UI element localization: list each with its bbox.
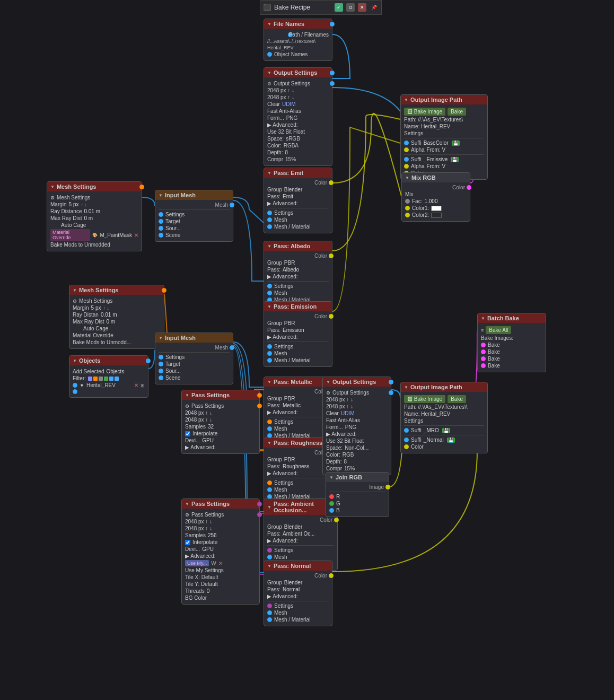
objects-header[interactable]: ▼ Objects	[69, 356, 148, 365]
output-socket[interactable]	[389, 380, 393, 384]
pass-roughness-header[interactable]: ▼ Pass: Roughness	[264, 438, 332, 448]
mesh-socket[interactable]	[267, 487, 272, 492]
pass-metallic-header[interactable]: ▼ Pass: Metallic	[264, 377, 332, 387]
settings-socket[interactable]	[159, 355, 163, 360]
bake-image-btn-2[interactable]: 🖼 Bake Image	[404, 395, 445, 403]
bake-btn[interactable]: Bake	[448, 108, 466, 116]
pass-settings-2-header[interactable]: ▼ Pass Settings	[182, 499, 259, 509]
mesh-material-socket[interactable]	[267, 358, 272, 363]
output-socket[interactable]	[162, 288, 166, 293]
empty-socket[interactable]	[73, 389, 77, 394]
output-settings-2-header[interactable]: ▼ Output Settings	[323, 377, 391, 387]
batch-bake-header[interactable]: ▼ Batch Bake	[478, 313, 546, 323]
bake3-socket[interactable]	[481, 356, 486, 361]
mesh-out-socket[interactable]	[230, 345, 234, 350]
mesh-out-socket[interactable]	[230, 203, 234, 207]
mesh-socket[interactable]	[267, 291, 272, 295]
color-out-socket[interactable]	[334, 518, 339, 522]
close-button[interactable]: ✕	[358, 3, 366, 12]
settings-socket[interactable]	[267, 211, 272, 215]
color2-socket[interactable]	[405, 213, 410, 217]
bake2-socket[interactable]	[481, 349, 486, 354]
settings-socket[interactable]	[267, 419, 272, 424]
output-socket[interactable]	[257, 393, 262, 398]
image-out-socket[interactable]	[385, 485, 390, 489]
output-socket[interactable]	[146, 358, 151, 363]
color-out-socket[interactable]	[329, 573, 334, 578]
settings-socket[interactable]	[267, 284, 272, 288]
scene-socket[interactable]	[159, 233, 163, 238]
alpha-socket[interactable]	[404, 147, 409, 152]
check-button[interactable]: ✓	[335, 3, 343, 12]
settings-socket[interactable]	[267, 548, 272, 553]
color-socket[interactable]	[404, 444, 409, 449]
pass-normal-header[interactable]: ▼ Pass: Normal	[264, 561, 332, 571]
bake1-socket[interactable]	[481, 343, 486, 347]
join-rgb-header[interactable]: ▼ Join RGB	[326, 472, 389, 482]
r-socket[interactable]	[329, 494, 334, 499]
target-socket[interactable]	[159, 219, 163, 224]
copy-button[interactable]: ⧉	[346, 3, 355, 12]
output-socket[interactable]	[139, 185, 144, 189]
mesh-socket[interactable]	[267, 555, 272, 559]
bake4-socket[interactable]	[481, 363, 486, 368]
interp-check[interactable]	[185, 431, 190, 436]
input-mesh-1-header[interactable]: ▼ Input Mesh	[155, 190, 233, 200]
color-out-socket[interactable]	[467, 185, 471, 190]
output-socket-2[interactable]	[257, 512, 262, 517]
output-image-path-1-header[interactable]: ▼ Output Image Path	[401, 95, 487, 104]
output-socket[interactable]	[330, 71, 335, 75]
target-socket[interactable]	[159, 362, 163, 366]
color-out-socket[interactable]	[329, 180, 334, 185]
suffix2-socket[interactable]	[404, 157, 409, 162]
source-socket[interactable]	[159, 226, 163, 231]
output-socket-2[interactable]	[257, 404, 262, 408]
pass-albedo-header[interactable]: ▼ Pass: Albedo	[264, 241, 332, 251]
pass-settings-1-header[interactable]: ▼ Pass Settings	[182, 390, 259, 400]
mesh-socket[interactable]	[267, 217, 272, 222]
output-socket[interactable]	[330, 22, 335, 27]
pin-button[interactable]: 📌	[370, 3, 378, 12]
scene-socket[interactable]	[159, 375, 163, 380]
suffix-socket[interactable]	[404, 141, 409, 145]
suffix-normal-socket[interactable]	[404, 438, 409, 442]
g-socket[interactable]	[329, 501, 334, 506]
bake-btn-2[interactable]: Bake	[448, 395, 466, 403]
object-names-socket[interactable]	[267, 52, 272, 57]
output-settings-1-header[interactable]: ▼ Output Settings	[264, 68, 332, 77]
pass-emit-header[interactable]: ▼ Pass: Emit	[264, 168, 332, 178]
mat-override-row: Material Override 🎨 M_PaintMask ✕	[50, 229, 138, 241]
output-image-path-2-header[interactable]: ▼ Output Image Path	[401, 382, 487, 392]
mix-rgb-header[interactable]: ▼ Mix RGB	[402, 173, 470, 182]
fac-socket[interactable]	[405, 199, 410, 204]
mesh-material-socket[interactable]	[267, 224, 272, 229]
mesh-socket[interactable]	[267, 426, 272, 431]
settings-socket[interactable]	[267, 480, 272, 485]
bake-all-btn[interactable]: Bake All	[486, 326, 511, 334]
settings-socket[interactable]	[267, 603, 272, 608]
suffix-mro-socket[interactable]	[404, 428, 409, 433]
color-out-socket[interactable]	[329, 253, 334, 258]
color1-socket[interactable]	[405, 206, 410, 211]
output-socket-2[interactable]	[330, 81, 335, 86]
file-names-header[interactable]: ▼ File Names	[264, 19, 332, 29]
b-socket[interactable]	[329, 508, 334, 513]
mesh-socket[interactable]	[267, 351, 272, 356]
bake-image-btn[interactable]: 🖼 Bake Image	[404, 108, 445, 116]
mesh-socket[interactable]	[267, 610, 272, 615]
interp-check[interactable]	[185, 540, 190, 545]
output-socket[interactable]	[257, 502, 262, 506]
output-socket-2[interactable]	[389, 390, 393, 395]
mesh-settings-1-header[interactable]: ▼ Mesh Settings	[47, 182, 142, 191]
herital-socket[interactable]	[73, 383, 77, 388]
mesh-settings-2-header[interactable]: ▼ Mesh Settings	[69, 285, 164, 295]
mesh-material-socket[interactable]	[267, 617, 272, 622]
alpha2-socket[interactable]	[404, 164, 409, 169]
settings-socket[interactable]	[159, 212, 163, 217]
input-mesh-2-header[interactable]: ▼ Input Mesh	[155, 333, 233, 343]
settings-socket[interactable]	[267, 344, 272, 349]
pass-emission-header[interactable]: ▼ Pass: Emission	[264, 302, 332, 311]
use-my-w: W	[211, 561, 216, 566]
source-socket[interactable]	[159, 369, 163, 373]
color-out-socket[interactable]	[329, 314, 334, 319]
